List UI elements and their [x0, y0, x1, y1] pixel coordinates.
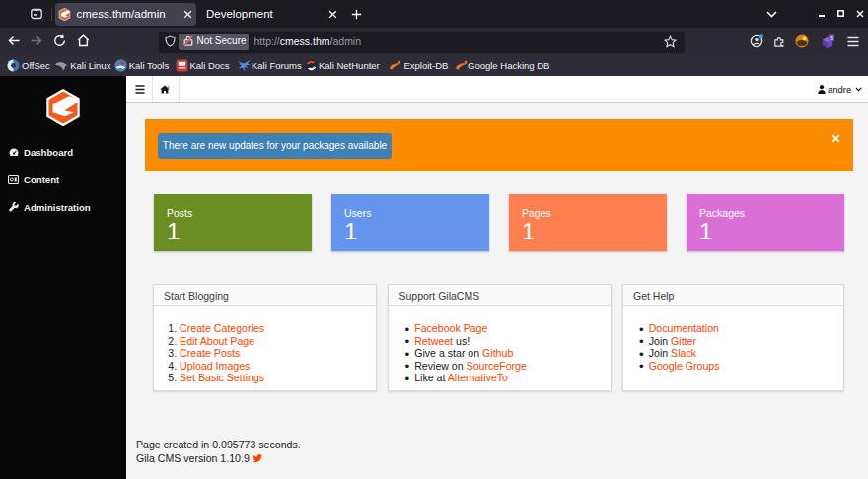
svg-text:S: S [830, 34, 833, 40]
